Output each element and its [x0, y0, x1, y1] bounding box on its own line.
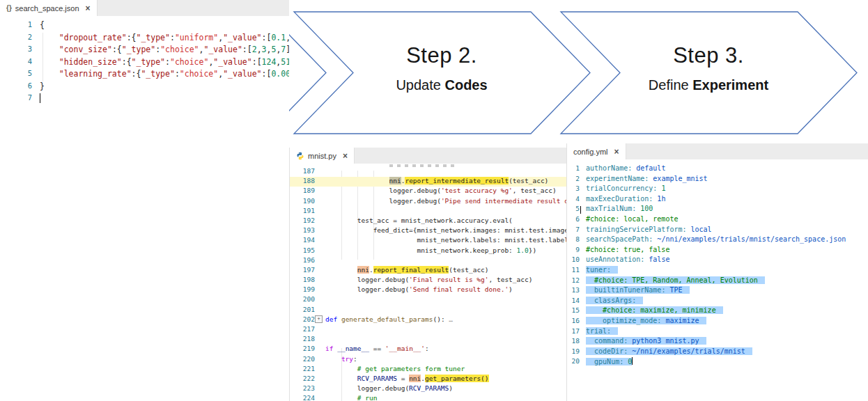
code-line: 197 nni.report_final_result(test_acc) — [290, 266, 567, 276]
code-line: 187 — [290, 167, 567, 177]
editor-panel-search-space-json: {} search_space.json × 1{2 "dropout_rate… — [0, 0, 289, 249]
code-text: logger.debug(RCV_PARAMS) — [325, 384, 453, 394]
line-number: 2 — [0, 33, 32, 45]
gutter-slot — [580, 195, 586, 205]
code-text: "learning_rate":{"_type":"choice","_valu… — [40, 69, 289, 81]
selection-highlight: classArgs: — [586, 297, 643, 304]
code-line: 223 logger.debug(RCV_PARAMS) — [290, 384, 567, 394]
code-line: 192 test_acc = mnist_network.accuracy.ev… — [290, 217, 567, 226]
code-text: { — [40, 20, 45, 33]
gutter-slot — [580, 235, 586, 246]
close-icon[interactable]: × — [86, 4, 91, 13]
code-text — [40, 93, 40, 106]
line-number: 199 — [290, 285, 315, 295]
line-number: 1 — [0, 20, 32, 33]
line-number: 3 — [0, 45, 32, 57]
code-text: builtinTunerName: TPE — [586, 286, 690, 297]
code-line: 8searchSpacePath: ~/nni/examples/trials/… — [567, 235, 868, 246]
close-icon[interactable]: × — [343, 152, 348, 160]
gutter-slot — [315, 236, 325, 246]
code-text: #choice: TPE, Random, Anneal, Evolution — [586, 276, 765, 287]
line-number: 218 — [290, 335, 315, 345]
fold-icon[interactable]: + — [315, 315, 323, 323]
tab-strip — [98, 0, 289, 16]
tab-config-yml[interactable]: config.yml × — [567, 143, 626, 159]
gutter-slot — [315, 306, 325, 315]
selection-highlight: tuner: — [586, 266, 618, 274]
step2-label: Step 2. Update Codes — [323, 43, 560, 93]
code-line: 17trial: — [567, 327, 868, 338]
code-text: if __name__ == '__main__': — [325, 345, 429, 354]
gutter-slot — [315, 375, 325, 384]
line-number: 200 — [290, 295, 315, 305]
line-number: 13 — [567, 286, 580, 297]
code-text: try: — [325, 355, 357, 365]
line-number: 8 — [567, 235, 580, 246]
line-number: 4 — [0, 57, 32, 70]
gutter-slot — [315, 207, 325, 217]
tab-label: search_space.json — [15, 4, 79, 13]
gutter-slot — [580, 276, 586, 287]
gutter-slot — [580, 347, 586, 358]
code-line: 9#choice: true, false — [567, 246, 868, 256]
code-line: 5 "learning_rate":{"_type":"choice","_va… — [0, 69, 289, 81]
code-text: nni.report_intermediate_result(test_acc) — [325, 177, 548, 187]
code-text: # get parameters form tuner — [325, 365, 465, 375]
code-text: logger.debug('Final result is %g', test_… — [325, 276, 532, 285]
line-number: 220 — [290, 355, 315, 365]
selection-highlight: builtinTunerName: TPE — [586, 286, 690, 294]
code-text: "conv_size":{"_type":"choice","_value":[… — [40, 45, 289, 57]
gutter-slot — [315, 187, 325, 196]
selection-highlight: command: python3 mnist.py — [586, 337, 706, 345]
line-number: 10 — [567, 255, 580, 266]
selection-highlight: codeDir: ~/nni/examples/trials/mnist — [586, 347, 752, 355]
gutter-slot — [315, 335, 325, 345]
code-line: 5maxTrialNum: 100 — [567, 205, 868, 215]
gutter-slot — [580, 175, 586, 185]
code-line: 221 # get parameters form tuner — [290, 365, 567, 375]
gutter-slot — [315, 177, 325, 187]
line-number: 192 — [290, 217, 315, 226]
code-line: 194 mnist_network.labels: mnist.test.lab… — [290, 236, 567, 246]
code-line: 3 "conv_size":{"_type":"choice","_value"… — [0, 45, 289, 57]
gutter-slot — [580, 246, 586, 256]
code-text: searchSpacePath: ~/nni/examples/trials/m… — [586, 235, 846, 246]
tab-mnist-py[interactable]: mnist.py × — [290, 148, 355, 164]
selection-highlight: trial: — [586, 327, 618, 335]
tab-search-space-json[interactable]: {} search_space.json × — [0, 0, 98, 16]
gutter-slot — [315, 295, 325, 305]
code-line: 11tuner: — [567, 266, 868, 276]
line-number: 11 — [567, 266, 580, 276]
code-line: 2experimentName: example_mnist — [567, 175, 868, 185]
gutter-slot — [315, 285, 325, 295]
code-line: 10useAnnotation: false — [567, 255, 868, 266]
step3-title: Step 3. — [590, 43, 827, 68]
code-area[interactable]: 1authorName: default2experimentName: exa… — [567, 159, 868, 401]
gutter-slot: + — [315, 315, 325, 325]
line-number: 195 — [290, 246, 315, 256]
close-icon[interactable]: × — [614, 148, 619, 156]
code-text: optimize_mode: maximize — [586, 317, 706, 327]
code-line: 220 try: — [290, 355, 567, 365]
code-line: 202+def generate_default_params(): … — [290, 315, 567, 325]
code-area[interactable]: 1{2 "dropout_rate":{"_type":"uniform","_… — [0, 16, 289, 249]
code-text: maxExecDuration: 1h — [586, 195, 665, 205]
code-area[interactable]: 187188 nni.report_intermediate_result(te… — [290, 164, 567, 401]
line-number: 190 — [290, 197, 315, 207]
line-number: 189 — [290, 187, 315, 196]
code-line: 4 "hidden_size":{"_type":"choice","_valu… — [0, 57, 289, 70]
step2-title: Step 2. — [323, 43, 560, 68]
code-text: feed_dict={mnist_network.images: mnist.t… — [325, 226, 567, 236]
code-line: 189 logger.debug('test accuracy %g', tes… — [290, 187, 567, 196]
gutter-slot — [315, 217, 325, 226]
line-number: 219 — [290, 345, 315, 354]
gutter-slot — [580, 327, 586, 338]
code-line: 201 — [290, 306, 567, 315]
line-number: 16 — [567, 317, 580, 327]
code-text: useAnnotation: false — [586, 255, 669, 266]
gutter-slot — [580, 337, 586, 347]
code-line: 217 — [290, 325, 567, 335]
line-number: 221 — [290, 365, 315, 375]
line-number: 193 — [290, 226, 315, 236]
code-line: 2 "dropout_rate":{"_type":"uniform","_va… — [0, 33, 289, 45]
